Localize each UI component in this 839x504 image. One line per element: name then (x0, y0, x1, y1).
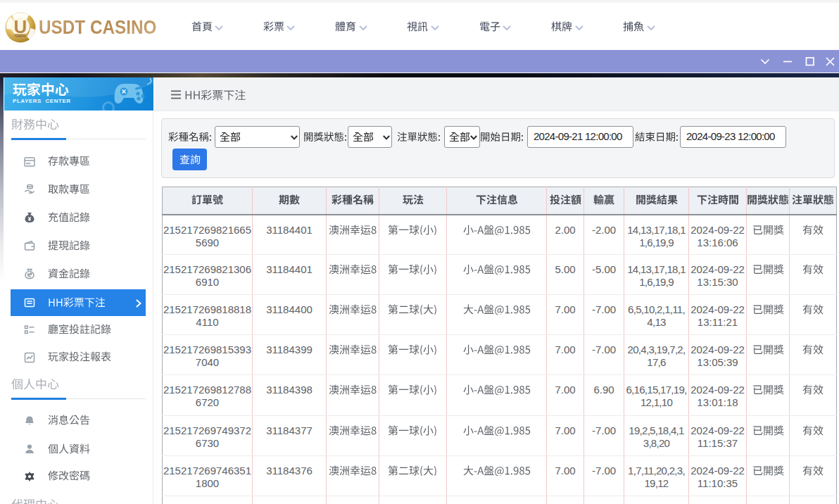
svg-text:Casino: Casino (15, 34, 26, 38)
